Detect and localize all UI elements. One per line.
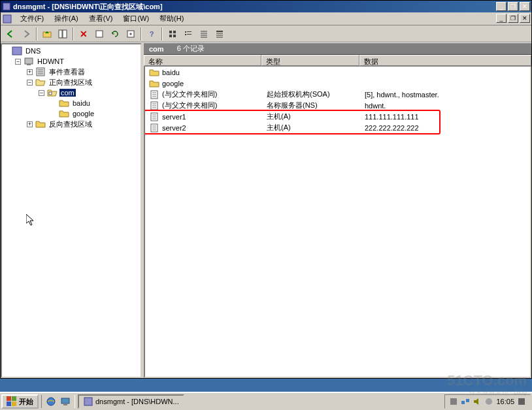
help-button[interactable]: ? [144,27,159,41]
folder-icon [59,109,69,118]
start-button[interactable]: 开始 [1,394,39,409]
server-icon [24,57,34,66]
tree-panel[interactable]: DNS − HDWNT + 事件查看器 − [1,43,142,378]
mdi-restore[interactable]: ❐ [508,14,518,23]
show-hide-tree-button[interactable] [56,27,70,41]
svg-rect-14 [187,34,191,35]
column-data[interactable]: 数据 [359,55,531,66]
record-icon [149,123,159,133]
separator [141,27,142,40]
record-icon [149,112,159,121]
up-button[interactable] [40,27,54,41]
ie-button[interactable] [44,395,58,408]
collapse-icon[interactable]: − [27,80,33,86]
path-name: com [149,45,164,53]
maximize-button[interactable]: ❐ [508,2,518,11]
list-row[interactable]: server2主机(A)222.222.222.222 [145,122,530,133]
delete-button[interactable]: ✕ [76,27,91,41]
minimize-button[interactable]: _ [496,2,507,11]
small-icons-icon [184,29,193,39]
view-small-button[interactable] [181,27,195,41]
svg-rect-52 [61,398,69,403]
delete-icon: ✕ [80,29,88,39]
ie-icon [46,396,56,407]
tray-icon-5[interactable] [517,397,526,406]
tray-icon-4[interactable] [484,397,493,406]
svg-rect-30 [49,92,52,95]
cell-name: server2 [145,123,263,133]
zone-open-icon [47,88,58,97]
event-viewer-icon [35,67,46,76]
column-name[interactable]: 名称 [144,55,261,66]
tree-com-label: com [59,89,76,97]
cell-data: 222.222.222.222 [361,124,530,132]
list-body[interactable]: baidugoogle(与父文件夹相同)起始授权机构(SOA)[5], hdwn… [144,67,531,378]
collapse-icon[interactable]: − [15,59,21,65]
mdi-close[interactable]: ✕ [520,14,530,23]
forward-button[interactable] [19,27,33,41]
list-row[interactable]: baidu [145,67,530,78]
mdi-controls: _ ❐ ✕ [495,14,530,23]
tree-com-zone[interactable]: − com [39,87,139,98]
svg-rect-56 [461,401,465,404]
export-button[interactable] [124,27,138,41]
view-list-button[interactable] [197,27,211,41]
tree-forward-zones[interactable]: − 正向查找区域 [27,77,139,87]
tree-event-viewer[interactable]: + 事件查看器 [27,67,139,77]
cell-data: 111.111.111.111 [361,113,530,121]
refresh-button[interactable] [108,27,122,41]
svg-rect-23 [12,47,22,55]
tree-reverse-zones[interactable]: + 反向查找区域 [27,119,139,129]
view-large-button[interactable] [165,27,180,41]
close-button[interactable]: ✕ [520,2,530,11]
titlebar[interactable]: dnsmgmt - [DNS\HDWNT\正向查找区域\com] _ ❐ ✕ [1,1,531,12]
task-dnsmgmt[interactable]: dnsmgmt - [DNS\HDWN... [78,394,184,409]
menu-view[interactable]: 查看(V) [84,12,118,25]
tray-icon-1[interactable] [449,397,458,406]
mdi-icon[interactable] [2,14,12,24]
tree-forward-label: 正向查找区域 [48,78,93,87]
cell-name: google [145,79,263,88]
tree-root-dns[interactable]: DNS [3,46,139,56]
svg-rect-3 [59,30,62,38]
desktop-button[interactable] [59,395,72,408]
list-row[interactable]: server1主机(A)111.111.111.111 [145,111,530,122]
column-type[interactable]: 类型 [261,55,359,66]
cell-name: (与父文件夹相同) [145,89,263,99]
menu-window[interactable]: 窗口(W) [118,12,154,25]
view-detail-button[interactable] [212,27,227,41]
desktop-icon [60,396,71,407]
tree-google[interactable]: google [50,108,139,119]
svg-rect-55 [450,398,457,405]
mdi-minimize[interactable]: _ [496,14,507,23]
cell-type: 主机(A) [263,123,361,133]
system-tray[interactable]: 16:05 [444,394,531,409]
tray-clock[interactable]: 16:05 [496,398,514,405]
tray-network-icon[interactable] [461,397,470,406]
start-label: 开始 [19,397,33,407]
collapse-icon[interactable]: − [39,90,44,96]
window-controls: _ ❐ ✕ [495,2,530,11]
list-row[interactable]: (与父文件夹相同)名称服务器(NS)hdwnt. [145,100,530,111]
folder-open-icon [35,78,46,87]
tree-event-label: 事件查看器 [48,67,86,77]
list-row[interactable]: (与父文件夹相同)起始授权机构(SOA)[5], hdwnt., hostmas… [145,89,530,100]
refresh-icon [110,29,120,39]
svg-rect-11 [185,31,186,33]
expand-icon[interactable]: + [27,121,33,127]
windows-logo-icon [7,396,17,407]
tray-volume-icon[interactable] [473,397,482,406]
tree-server[interactable]: − HDWNT [15,56,139,67]
menu-action[interactable]: 操作(A) [49,12,84,25]
list-row[interactable]: google [145,78,530,89]
menu-file[interactable]: 文件(F) [15,12,49,25]
back-button[interactable] [3,27,18,41]
svg-rect-8 [173,31,176,33]
properties-button[interactable] [92,27,107,41]
help-icon: ? [150,30,154,38]
tree-baidu[interactable]: baidu [50,98,139,108]
menu-help[interactable]: 帮助(H) [154,12,189,25]
expand-icon[interactable]: + [27,69,33,75]
menubar: 文件(F) 操作(A) 查看(V) 窗口(W) 帮助(H) [1,12,531,25]
svg-rect-0 [3,3,10,10]
